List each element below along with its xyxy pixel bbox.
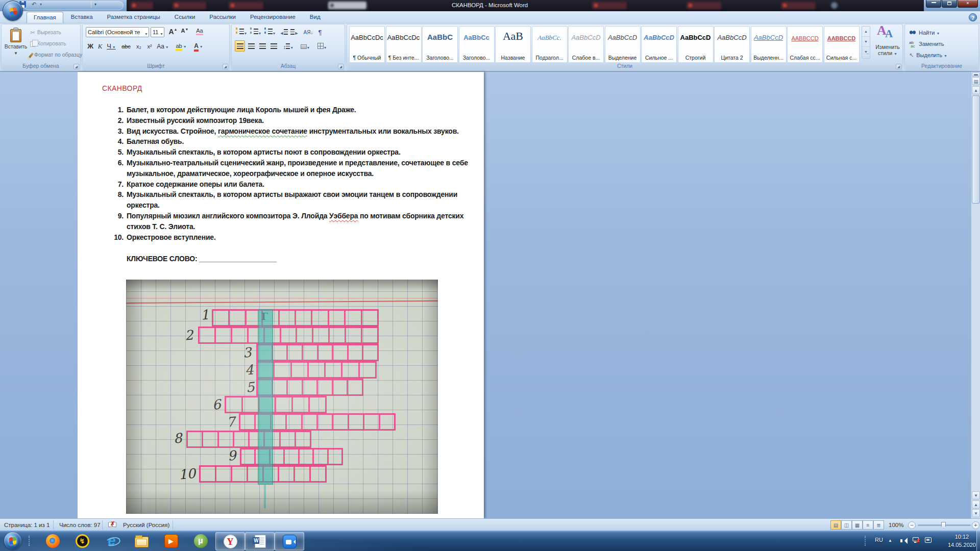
next-page-icon[interactable]: ▼ <box>972 509 980 517</box>
align-center-button[interactable] <box>246 40 256 52</box>
close-button[interactable]: × <box>958 0 978 8</box>
language-switcher[interactable]: RU <box>875 537 883 543</box>
tray-expand-icon[interactable]: ▲ <box>888 538 892 543</box>
increase-indent-button[interactable]: ► <box>289 27 300 37</box>
blurred-tab[interactable] <box>592 2 627 9</box>
tab-разметка-страницы[interactable]: Разметка страницы <box>101 12 167 23</box>
zoom-in-icon[interactable]: + <box>972 521 979 529</box>
font-dialog-launcher[interactable]: ◢ <box>223 64 228 69</box>
style-tile[interactable]: AaBbCcDСтрогий <box>678 26 714 63</box>
volume-icon[interactable] <box>900 538 908 544</box>
style-tile[interactable]: AaBbCcDСлабое в... <box>568 26 604 63</box>
taskbar-app-yandex[interactable]: Y <box>215 532 245 550</box>
scrollbar-thumb[interactable] <box>972 95 980 204</box>
align-left-button[interactable] <box>235 40 245 52</box>
style-tile[interactable]: AaBbCcЗаголово... <box>459 26 495 63</box>
word-count[interactable]: Число слов: 97 <box>59 521 101 529</box>
style-tile[interactable]: AaBbCcDЦитата 2 <box>714 26 750 63</box>
borders-button[interactable]: ▼ <box>314 40 330 52</box>
tab-ссылки[interactable]: Ссылки <box>168 12 202 23</box>
zoom-slider-handle[interactable] <box>941 522 946 529</box>
select-button[interactable]: ↖Выделить ▼ <box>909 50 947 60</box>
align-right-button[interactable] <box>257 40 267 52</box>
bullets-button[interactable]: ▼ <box>235 27 248 37</box>
underline-button[interactable]: Ч ▼ <box>105 40 117 52</box>
draft-view-icon[interactable]: ≣ <box>873 520 884 530</box>
tab-вид[interactable]: Вид <box>303 12 327 23</box>
gallery-down-icon[interactable]: ▼ <box>862 37 870 47</box>
outline-view-icon[interactable]: ≡ <box>863 520 873 530</box>
shrink-font-button[interactable]: A▼ <box>180 27 190 37</box>
paste-button[interactable]: Вставить▼ <box>3 26 29 62</box>
multilevel-list-button[interactable]: ▼ <box>263 27 277 37</box>
tab-рассылки[interactable]: Рассылки <box>203 12 242 23</box>
document-page[interactable]: СКАНВОРД 1.Балет, в котором действующие … <box>78 72 484 518</box>
change-styles-button[interactable]: AA Изменить стили ▼ <box>873 27 902 62</box>
clear-formatting-button[interactable]: Aa <box>193 27 206 37</box>
tab-главная[interactable]: Главная <box>27 12 63 23</box>
format-painter-button[interactable]: Формат по образцу <box>30 50 82 59</box>
cut-button[interactable]: ✂Вырезать <box>30 28 61 37</box>
blurred-tab[interactable] <box>781 2 816 9</box>
gallery-up-icon[interactable]: ▲ <box>862 27 870 37</box>
display-icon[interactable] <box>925 537 932 543</box>
replace-button[interactable]: Заменить <box>909 39 944 49</box>
maximize-button[interactable] <box>942 0 957 8</box>
vertical-scrollbar[interactable]: ▬ ▤ ▲ ▼ ▲ ▼ <box>971 72 980 518</box>
subscript-button[interactable]: x₂ <box>134 40 144 52</box>
minimize-button[interactable] <box>926 0 941 8</box>
fullscreen-reading-view-icon[interactable]: ◫ <box>841 520 852 530</box>
blurred-tab[interactable] <box>173 2 206 9</box>
clipboard-dialog-launcher[interactable]: ◢ <box>74 64 79 69</box>
zoom-slider[interactable] <box>918 524 971 526</box>
style-tile[interactable]: АаВНазвание <box>495 26 531 63</box>
italic-button[interactable]: К <box>96 40 104 52</box>
style-tile[interactable]: AABBCCDСильная с... <box>824 26 860 63</box>
scroll-down-icon[interactable]: ▼ <box>972 491 980 499</box>
font-name-combo[interactable]: Calibri (Основной те▼ <box>86 27 149 37</box>
start-button[interactable] <box>4 532 21 549</box>
style-tile[interactable]: AABBCCDСлабая сс... <box>787 26 823 63</box>
taskbar-app-zoom[interactable] <box>275 532 304 550</box>
web-layout-view-icon[interactable]: ▦ <box>852 520 863 530</box>
style-tile[interactable]: AaBbCЗаголово... <box>422 26 458 63</box>
find-button[interactable]: Найти ▼ <box>909 28 940 38</box>
decrease-indent-button[interactable]: ◄ <box>279 27 289 37</box>
copy-button[interactable]: Копировать <box>30 39 66 48</box>
taskbar-app-media[interactable]: ▶ <box>156 531 186 551</box>
grow-font-button[interactable]: A▲ <box>167 27 179 37</box>
spellcheck-icon[interactable]: ✗ <box>108 521 116 528</box>
shading-button[interactable]: ▼ <box>298 40 312 52</box>
style-tile[interactable]: AaBbCcDc¶ Без инте... <box>386 26 422 63</box>
show-desktop-button[interactable] <box>976 531 980 551</box>
taskbar-app-daemon[interactable]: ↯ <box>67 531 97 551</box>
styles-dialog-launcher[interactable]: ◢ <box>896 64 901 69</box>
blurred-tab[interactable] <box>687 2 721 9</box>
blurred-tab[interactable] <box>130 2 153 9</box>
style-tile[interactable]: AaBbCc.Подзагол... <box>532 26 568 63</box>
blurred-tab-light[interactable] <box>328 2 366 9</box>
qat-customize-icon[interactable]: ▾ <box>91 1 96 8</box>
taskbar-app-explorer[interactable] <box>127 531 156 551</box>
page-indicator[interactable]: Страница: 1 из 1 <box>4 521 50 529</box>
print-layout-view-icon[interactable]: ▤ <box>830 520 841 530</box>
taskbar-app-firefox[interactable] <box>38 531 67 551</box>
taskbar-app-utorrent[interactable]: µ <box>186 531 215 551</box>
undo-dropdown-icon[interactable]: ▾ <box>40 1 42 8</box>
undo-icon[interactable]: ↶ <box>32 1 36 8</box>
blurred-tab[interactable] <box>229 2 263 9</box>
font-color-button[interactable]: А ▼ <box>191 40 206 52</box>
paragraph-dialog-launcher[interactable]: ◢ <box>338 64 344 69</box>
numbering-button[interactable]: ▼ <box>249 27 262 37</box>
ruler-toggle-icon[interactable]: ▤ <box>972 77 980 85</box>
style-tile[interactable]: AaBbCcDc¶ Обычный <box>349 26 385 63</box>
taskbar-app-ie[interactable]: e <box>97 531 127 551</box>
taskbar-app-word[interactable] <box>245 532 275 550</box>
zoom-level[interactable]: 100% <box>889 521 903 529</box>
network-icon[interactable]: ✗ <box>913 537 920 543</box>
split-handle[interactable]: ▬ <box>972 72 980 77</box>
text-highlight-button[interactable]: ab ▼ <box>174 40 189 52</box>
style-tile[interactable]: AaBbCcDСильное ... <box>641 26 677 63</box>
tab-рецензирование[interactable]: Рецензирование <box>243 12 302 23</box>
superscript-button[interactable]: x² <box>144 40 155 52</box>
